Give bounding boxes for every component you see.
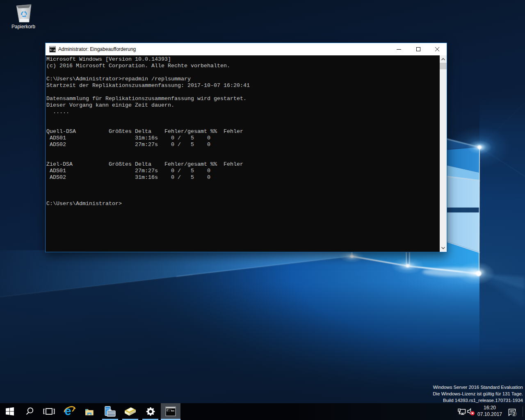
svg-text:C:\: C:\: [167, 409, 173, 412]
svg-text:e: e: [65, 404, 71, 418]
svg-text:2: 2: [513, 411, 516, 416]
svg-text:C:\: C:\: [50, 48, 56, 52]
